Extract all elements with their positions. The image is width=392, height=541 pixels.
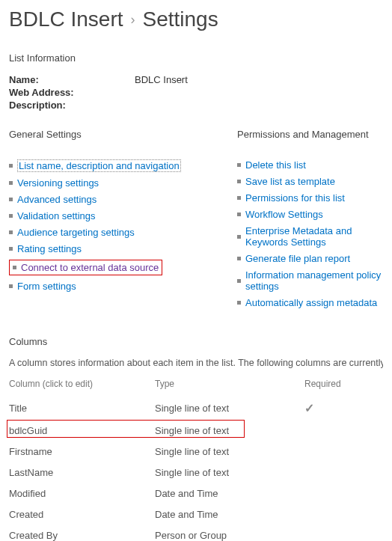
general-settings-item: Validation settings [9, 210, 230, 221]
column-type-cell: Date and Time [155, 504, 304, 525]
general-settings-item: Form settings [9, 281, 230, 292]
column-type-cell: Single line of text [155, 421, 304, 441]
permissions-item: Save list as template [237, 176, 383, 187]
settings-link[interactable]: Workflow Settings [245, 209, 323, 220]
columns-heading: Columns [9, 336, 383, 347]
web-address-label: Web Address: [9, 87, 135, 98]
column-header-required[interactable]: Required [304, 379, 383, 397]
bullet-icon [9, 230, 13, 234]
settings-link[interactable]: Save list as template [245, 176, 335, 187]
bullet-icon [9, 164, 13, 168]
column-required-cell [304, 421, 383, 441]
columns-table: Column (click to edit) Type Required Tit… [9, 379, 383, 541]
general-settings-item: Connect to external data source [9, 260, 230, 275]
general-settings-item: Versioning settings [9, 177, 230, 189]
table-row: CreatedDate and Time [9, 504, 383, 525]
column-required-cell [304, 525, 383, 541]
general-settings-item: Rating settings [9, 243, 230, 254]
list-info-heading: List Information [9, 52, 383, 64]
settings-link[interactable]: Form settings [17, 281, 76, 292]
check-icon: ✓ [304, 402, 314, 415]
column-type-cell: Person or Group [155, 525, 304, 541]
general-settings-item: Advanced settings [9, 194, 230, 205]
chevron-right-icon: › [131, 12, 135, 28]
table-row: ModifiedDate and Time [9, 483, 383, 504]
general-settings-heading: General Settings [9, 129, 230, 140]
bullet-icon [237, 257, 241, 260]
settings-link[interactable]: Automatically assign metadata [245, 297, 377, 308]
breadcrumb-current: Settings [143, 7, 218, 31]
permissions-item: Delete this list [237, 159, 383, 171]
column-type-cell: Date and Time [155, 483, 304, 504]
bullet-icon [237, 163, 241, 167]
breadcrumb: BDLC Insert › Settings [9, 7, 383, 31]
bullet-icon [13, 266, 16, 269]
permissions-list: Delete this listSave list as templatePer… [237, 159, 383, 308]
bullet-icon [9, 181, 13, 185]
permissions-item: Automatically assign metadata [237, 297, 383, 308]
column-type-cell: Single line of text [155, 397, 304, 421]
settings-link[interactable]: Versioning settings [17, 177, 99, 189]
bullet-icon [237, 235, 241, 239]
general-settings-list: List name, description and navigationVer… [9, 159, 230, 292]
settings-link[interactable]: Validation settings [17, 210, 96, 221]
permissions-heading: Permissions and Management [237, 129, 383, 140]
general-settings-item: Audience targeting settings [9, 227, 230, 238]
column-name-cell[interactable]: Title [9, 397, 155, 421]
settings-link[interactable]: Enterprise Metadata and Keywords Setting… [245, 225, 383, 248]
settings-link[interactable]: Audience targeting settings [17, 227, 135, 238]
settings-link[interactable]: Generate file plan report [245, 253, 350, 264]
general-settings-item: List name, description and navigation [9, 159, 230, 172]
bullet-icon [9, 198, 13, 201]
general-settings-column: General Settings List name, description … [9, 129, 230, 314]
bullet-icon [237, 301, 241, 305]
table-row: LastNameSingle line of text [9, 462, 383, 483]
bullet-icon [237, 279, 241, 283]
column-type-cell: Single line of text [155, 441, 304, 462]
table-row: FirstnameSingle line of text [9, 441, 383, 462]
settings-link[interactable]: Connect to external data source [21, 262, 159, 273]
name-label: Name: [9, 74, 135, 85]
settings-link[interactable]: Advanced settings [17, 194, 97, 205]
settings-link[interactable]: Delete this list [245, 159, 306, 171]
settings-link[interactable]: Information management policy settings [245, 269, 383, 292]
settings-link[interactable]: Permissions for this list [245, 192, 345, 204]
permissions-item: Permissions for this list [237, 192, 383, 204]
permissions-item: Enterprise Metadata and Keywords Setting… [237, 225, 383, 248]
table-row: Created ByPerson or Group [9, 525, 383, 541]
description-label: Description: [9, 100, 135, 111]
permissions-item: Information management policy settings [237, 269, 383, 292]
bullet-icon [9, 247, 13, 251]
column-required-cell [304, 504, 383, 525]
columns-section: Columns A column stores information abou… [9, 336, 383, 541]
table-row: TitleSingle line of text✓ [9, 397, 383, 421]
column-header-type[interactable]: Type [155, 379, 304, 397]
settings-link[interactable]: List name, description and navigation [17, 159, 181, 172]
column-name-cell[interactable]: Firstname [9, 441, 155, 462]
column-required-cell: ✓ [304, 397, 383, 421]
column-required-cell [304, 462, 383, 483]
permissions-item: Workflow Settings [237, 209, 383, 220]
breadcrumb-parent[interactable]: BDLC Insert [9, 7, 123, 31]
column-type-cell: Single line of text [155, 462, 304, 483]
column-required-cell [304, 483, 383, 504]
bullet-icon [237, 180, 241, 183]
column-header-name[interactable]: Column (click to edit) [9, 379, 155, 397]
column-name-cell[interactable]: Modified [9, 483, 155, 504]
permissions-item: Generate file plan report [237, 253, 383, 264]
column-required-cell [304, 441, 383, 462]
permissions-column: Permissions and Management Delete this l… [237, 129, 383, 314]
bullet-icon [237, 196, 241, 200]
columns-description: A column stores information about each i… [9, 358, 383, 368]
column-name-cell[interactable]: Created [9, 504, 155, 525]
column-name-cell[interactable]: LastName [9, 462, 155, 483]
bullet-icon [9, 284, 13, 288]
bullet-icon [9, 214, 13, 218]
table-row: bdlcGuidSingle line of text [9, 421, 383, 441]
list-information: List Information Name: BDLC Insert Web A… [9, 52, 383, 111]
column-name-cell[interactable]: bdlcGuid [9, 421, 155, 441]
bullet-icon [237, 213, 241, 216]
name-value: BDLC Insert [135, 74, 188, 85]
settings-link[interactable]: Rating settings [17, 243, 82, 254]
column-name-cell[interactable]: Created By [9, 525, 155, 541]
